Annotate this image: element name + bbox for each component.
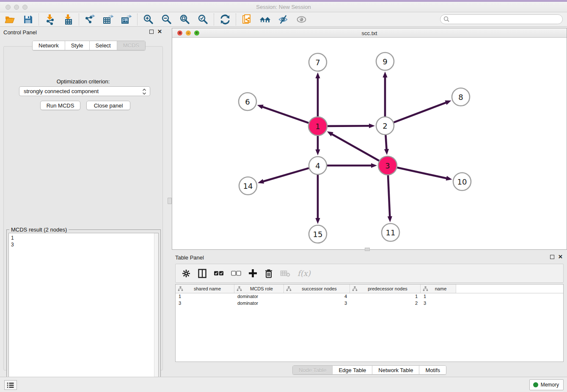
column-header-MCDS-role[interactable]: MCDS role (234, 284, 284, 293)
table-cell[interactable]: dominator (234, 300, 284, 307)
graph-node-7[interactable]: 7 (309, 53, 327, 71)
memory-button[interactable]: Memory (529, 379, 564, 390)
column-header-successor-nodes[interactable]: successor nodes (284, 284, 350, 293)
graph-node-8[interactable]: 8 (452, 88, 470, 106)
zoom-in-icon[interactable] (143, 14, 154, 25)
edge-2-3[interactable] (385, 135, 386, 150)
table-row[interactable]: 3dominator323 (176, 300, 563, 307)
edge-3-1[interactable] (331, 134, 379, 161)
tab-node-table[interactable]: Node Table (293, 366, 333, 374)
toolbar-separator (236, 14, 236, 25)
table-cell[interactable]: 3 (176, 300, 234, 307)
tab-style[interactable]: Style (65, 41, 90, 50)
graph-node-4[interactable]: 4 (309, 157, 327, 174)
edge-1-6[interactable] (262, 107, 308, 123)
show-hide-eye-icon[interactable] (296, 14, 307, 25)
column-header-shared-name[interactable]: shared name (176, 284, 234, 293)
graph-node-1[interactable]: 1 (308, 117, 327, 135)
tab-network-table[interactable]: Network Table (372, 366, 419, 374)
tab-network[interactable]: Network (33, 41, 65, 50)
float-panel-icon[interactable] (149, 30, 154, 34)
table-cell[interactable]: 1 (176, 293, 234, 300)
tab-edge-table[interactable]: Edge Table (333, 366, 372, 374)
delete-column-trash-icon[interactable] (264, 269, 273, 278)
task-history-button[interactable] (4, 380, 17, 390)
mcds-result-textarea[interactable]: 13 (8, 233, 159, 387)
graph-node-11[interactable]: 11 (382, 224, 399, 241)
table-cell[interactable]: 1 (421, 293, 456, 300)
table-row[interactable]: 1dominator411 (176, 293, 563, 300)
zoom-fit-content-icon[interactable] (179, 14, 190, 25)
result-line: 1 (11, 235, 158, 241)
network-window-titlebar[interactable]: ✕ − + scc.txt (172, 28, 567, 38)
import-table-icon[interactable] (62, 14, 74, 25)
column-hierarchy-icon (352, 286, 358, 291)
close-panel-button[interactable]: Close panel (86, 101, 130, 110)
table-settings-gear-icon[interactable] (182, 269, 191, 278)
column-header-predecessor-nodes[interactable]: predecessor nodes (350, 284, 421, 293)
export-image-icon[interactable] (121, 14, 132, 25)
network-graph[interactable]: 1234678910111415 (172, 38, 567, 249)
close-table-panel-icon[interactable]: ✕ (558, 254, 563, 260)
tab-select[interactable]: Select (90, 41, 117, 50)
refresh-view-icon[interactable] (219, 14, 231, 25)
graph-node-9[interactable]: 9 (376, 52, 394, 70)
save-session-icon[interactable] (22, 14, 33, 25)
zoom-out-icon[interactable] (161, 14, 172, 25)
table-cell[interactable]: dominator (234, 293, 284, 300)
zoom-selected-icon[interactable] (197, 14, 209, 25)
select-stepper-icon (142, 88, 146, 97)
function-builder-fx-icon: f(x) (297, 269, 311, 278)
graph-node-10[interactable]: 10 (453, 173, 471, 190)
edge-arrowhead (315, 218, 320, 224)
node-table[interactable]: shared nameMCDS rolesuccessor nodesprede… (175, 284, 564, 362)
edge-1-2[interactable] (328, 126, 370, 126)
table-cell[interactable]: 3 (421, 300, 456, 307)
add-column-icon[interactable] (248, 269, 257, 278)
search-input[interactable] (450, 16, 562, 23)
result-scrollbar[interactable] (154, 233, 158, 386)
edge-arrowhead (258, 179, 264, 184)
export-network-icon[interactable] (84, 14, 96, 25)
vertical-splitter-handle[interactable] (168, 198, 172, 204)
graph-node-14[interactable]: 14 (239, 177, 257, 195)
optimization-criterion-select[interactable]: strongly connected component (19, 86, 150, 96)
float-table-panel-icon[interactable] (550, 255, 554, 259)
toggle-graphics-details-icon[interactable] (278, 14, 289, 25)
import-network-icon[interactable] (44, 14, 55, 25)
open-session-icon[interactable] (4, 14, 15, 25)
search-box[interactable] (440, 14, 563, 24)
tab-mcds[interactable]: MCDS (117, 41, 145, 50)
edge-3-10[interactable] (397, 168, 447, 179)
network-canvas[interactable]: 1234678910111415 (172, 38, 567, 249)
graph-node-15[interactable]: 15 (309, 225, 327, 243)
deselect-all-icon[interactable] (231, 271, 241, 276)
table-cell[interactable]: 1 (350, 293, 421, 300)
table-cell[interactable]: 4 (284, 293, 350, 300)
column-hierarchy-icon (178, 286, 183, 291)
edge-3-11[interactable] (388, 175, 390, 217)
horizontal-splitter-handle[interactable] (365, 248, 370, 251)
column-hierarchy-icon (423, 286, 428, 291)
cybrowser-home-icon[interactable] (259, 14, 271, 25)
edge-4-14[interactable] (263, 168, 309, 182)
run-mcds-button[interactable]: Run MCDS (40, 101, 80, 110)
select-all-icon[interactable] (214, 271, 224, 276)
graph-node-6[interactable]: 6 (239, 93, 256, 110)
table-cell[interactable]: 2 (350, 300, 421, 307)
column-header-name[interactable]: name (421, 284, 456, 293)
edge-arrowhead (445, 100, 451, 105)
close-panel-icon[interactable]: ✕ (157, 28, 162, 35)
svg-text:10: 10 (457, 177, 467, 186)
toolbar-separator (214, 14, 214, 25)
graph-node-2[interactable]: 2 (376, 117, 394, 135)
export-table-icon[interactable] (102, 14, 114, 25)
svg-text:8: 8 (458, 93, 463, 102)
column-layout-icon[interactable] (198, 269, 206, 278)
edge-arrowhead (446, 176, 452, 181)
network-from-clipboard-icon[interactable] (241, 14, 253, 25)
graph-node-3[interactable]: 3 (378, 156, 397, 175)
table-cell[interactable]: 3 (284, 300, 350, 307)
tab-motifs[interactable]: Motifs (419, 366, 446, 374)
edge-2-8[interactable] (394, 102, 447, 122)
